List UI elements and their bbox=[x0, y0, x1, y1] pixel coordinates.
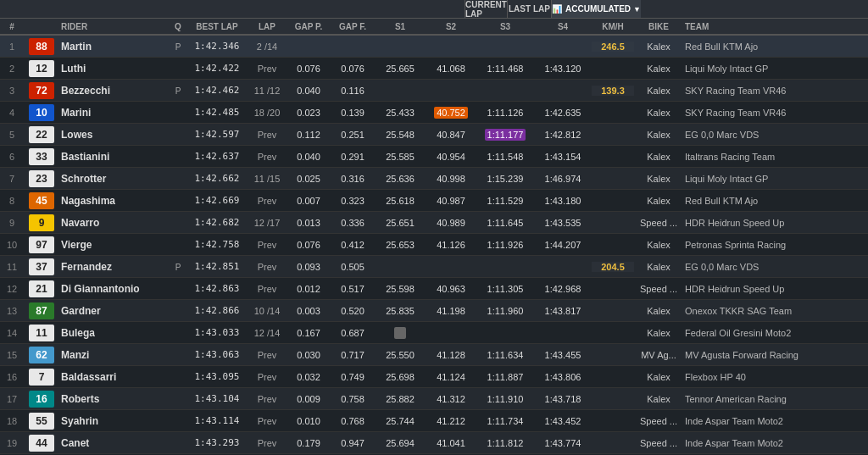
s3-cell: 1:11.812 bbox=[476, 438, 534, 448]
bike-cell: Kalex bbox=[634, 262, 683, 272]
s1-cell: 25.665 bbox=[375, 64, 426, 74]
super-header-row: CURRENT LAP LAST LAP 📊 ACCUMULATED ▼ bbox=[0, 0, 868, 19]
s2-cell: 40.987 bbox=[426, 196, 476, 206]
table-row: 5 22 Lowes 1:42.597 Prev 0.112 0.251 25.… bbox=[0, 124, 868, 146]
s1-cell: 25.882 bbox=[375, 394, 426, 404]
s3-cell: 1:11.305 bbox=[476, 284, 534, 294]
s1-value: 25.694 bbox=[386, 438, 415, 448]
lap-cell: Prev bbox=[248, 196, 287, 206]
s1-header: S1 bbox=[375, 22, 426, 31]
s2-cell: 41.212 bbox=[426, 416, 476, 426]
rider-cell: Schrotter bbox=[59, 173, 170, 185]
num-badge: 88 bbox=[29, 38, 54, 55]
lap-cell: 10 /14 bbox=[248, 306, 287, 316]
lap-cell: Prev bbox=[248, 152, 287, 162]
last-lap-section: LAST LAP bbox=[507, 0, 551, 18]
rider-cell: Manzi bbox=[59, 349, 170, 361]
num-cell: 33 bbox=[24, 148, 59, 165]
gapp-cell: 0.025 bbox=[287, 174, 331, 184]
num-badge: 33 bbox=[29, 148, 54, 165]
num-cell: 88 bbox=[24, 38, 59, 55]
num-badge: 62 bbox=[29, 347, 54, 363]
num-cell: 23 bbox=[24, 170, 59, 187]
table-row: 18 55 Syahrin 1:43.114 Prev 0.010 0.768 … bbox=[0, 410, 868, 432]
lap-cell: 18 /20 bbox=[248, 108, 287, 118]
table-row: 2 12 Luthi 1:42.422 Prev 0.076 0.076 25.… bbox=[0, 58, 868, 80]
s4-cell: 1:43.535 bbox=[534, 218, 592, 228]
bestlap-cell: 1:42.485 bbox=[186, 107, 248, 118]
rider-name: Bezzecchi bbox=[61, 85, 110, 97]
pos-cell: 1 bbox=[0, 42, 24, 52]
accumulated-section[interactable]: 📊 ACCUMULATED ▼ bbox=[551, 0, 641, 18]
rider-name: Bastianini bbox=[61, 151, 109, 163]
rider-cell: Gardner bbox=[59, 305, 170, 317]
s1-value: 25.665 bbox=[386, 64, 415, 74]
team-cell: Petronas Sprinta Racing bbox=[683, 240, 819, 250]
pos-cell: 18 bbox=[0, 416, 24, 426]
num-badge: 44 bbox=[29, 435, 54, 452]
gapp-cell: 0.003 bbox=[287, 306, 331, 316]
gapf-cell: 0.717 bbox=[331, 350, 375, 360]
rider-cell: Navarro bbox=[59, 217, 170, 229]
gapp-cell: 0.040 bbox=[287, 86, 331, 96]
pos-cell: 14 bbox=[0, 328, 24, 338]
s2-cell: 41.126 bbox=[426, 240, 476, 250]
table-row: 11 37 Fernandez P 1:42.851 Prev 0.093 0.… bbox=[0, 256, 868, 278]
num-badge: 23 bbox=[29, 170, 54, 187]
s3-cell: 1:11.177 bbox=[476, 129, 534, 141]
num-cell: 55 bbox=[24, 413, 59, 430]
s1-cell: 25.598 bbox=[375, 284, 426, 294]
gapp-cell: 0.010 bbox=[287, 416, 331, 426]
gapp-cell: 0.040 bbox=[287, 152, 331, 162]
s2-value: 41.041 bbox=[437, 438, 465, 448]
s1-cell: 25.744 bbox=[375, 416, 426, 426]
num-badge: 87 bbox=[29, 302, 54, 319]
s2-cell: 40.847 bbox=[426, 130, 476, 140]
s1-value: 25.651 bbox=[386, 218, 415, 228]
s3-value: 1:11.126 bbox=[487, 108, 524, 118]
s1-value: 25.653 bbox=[386, 240, 415, 250]
rider-header: RIDER bbox=[59, 22, 170, 31]
bike-cell: Kalex bbox=[634, 306, 683, 316]
rider-cell: Fernandez bbox=[59, 261, 170, 273]
s2-value: 41.212 bbox=[437, 416, 465, 426]
s3-value: 1:11.645 bbox=[487, 218, 524, 228]
num-badge: 97 bbox=[29, 236, 54, 253]
s2-value: 40.989 bbox=[437, 218, 465, 228]
rider-name: Luthi bbox=[61, 63, 86, 75]
s2-header: S2 bbox=[426, 22, 476, 31]
lap-cell: 11 /15 bbox=[248, 174, 287, 184]
lap-cell: Prev bbox=[248, 394, 287, 404]
s3-cell: 1:11.734 bbox=[476, 416, 534, 426]
s1-value: 25.618 bbox=[386, 196, 415, 206]
bestlap-cell: 1:43.104 bbox=[186, 393, 248, 404]
rider-name: Vierge bbox=[61, 239, 92, 251]
table-row: 3 72 Bezzecchi P 1:42.462 11 /12 0.040 0… bbox=[0, 80, 868, 102]
num-cell: 21 bbox=[24, 280, 59, 297]
s2-value: 40.847 bbox=[437, 130, 465, 140]
s2-cell: 40.752 bbox=[426, 107, 476, 119]
gapf-cell: 0.291 bbox=[331, 152, 375, 162]
q-cell: P bbox=[170, 86, 186, 96]
rider-cell: Bulega bbox=[59, 327, 170, 339]
num-cell: 11 bbox=[24, 325, 59, 341]
gapf-cell: 0.412 bbox=[331, 240, 375, 250]
bestlap-cell: 1:43.063 bbox=[186, 349, 248, 360]
num-cell: 9 bbox=[24, 214, 59, 231]
gapf-cell: 0.505 bbox=[331, 262, 375, 272]
rider-name: Gardner bbox=[61, 305, 101, 317]
pos-cell: 11 bbox=[0, 262, 24, 272]
pos-cell: 9 bbox=[0, 218, 24, 228]
accumulated-label: ACCUMULATED bbox=[565, 4, 631, 14]
gapf-cell: 0.116 bbox=[331, 86, 375, 96]
num-badge: 45 bbox=[29, 192, 54, 209]
s1-cell: 25.651 bbox=[375, 218, 426, 228]
num-badge: 10 bbox=[29, 104, 54, 121]
gapf-cell: 0.520 bbox=[331, 306, 375, 316]
current-lap-section: CURRENT LAP bbox=[465, 0, 507, 18]
bestlap-header: BEST LAP bbox=[186, 22, 248, 31]
table-row: 17 16 Roberts 1:43.104 Prev 0.009 0.758 … bbox=[0, 388, 868, 410]
pos-cell: 19 bbox=[0, 438, 24, 448]
s3-cell: 1:11.887 bbox=[476, 372, 534, 382]
lap-cell: Prev bbox=[248, 240, 287, 250]
